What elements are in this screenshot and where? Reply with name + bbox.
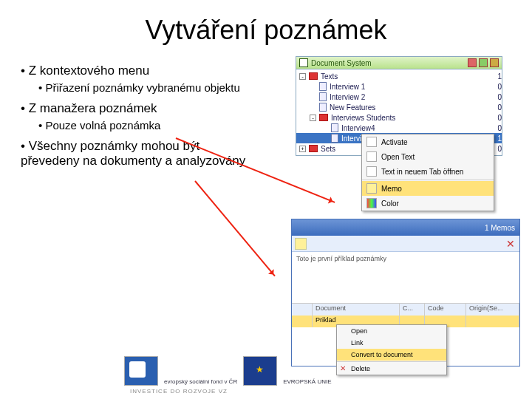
- ctx-item-color[interactable]: Color: [362, 196, 494, 211]
- ctx-label: Color: [381, 200, 399, 208]
- tree-label: Interview 1: [330, 83, 490, 91]
- expand-icon[interactable]: +: [299, 146, 306, 152]
- bullet-list: Z kontextového menu Přiřazení poznámky v…: [0, 53, 266, 171]
- memo-ctx-item[interactable]: Open: [337, 325, 446, 337]
- memo-manager-panel: 1 Memos ✕ Toto je první příklad poznámky…: [291, 219, 520, 366]
- memo-ctx-label: Delete: [351, 365, 370, 372]
- document-icon: [319, 92, 327, 101]
- arrow-to-memo-manager: [194, 180, 276, 276]
- open-icon: [366, 151, 377, 162]
- doc-system-icon: [299, 58, 308, 67]
- docsys-header-icons: [468, 58, 499, 67]
- tree-label: New Features: [330, 103, 490, 112]
- tree-label: Interviews Students: [331, 114, 490, 122]
- memo-grid-header: DocumentC...CodeOrigin(Se...: [292, 304, 519, 316]
- esf-logo-icon: [124, 356, 158, 386]
- bullet-1a: Přiřazení poznámky vybranému objektu: [21, 81, 259, 94]
- menu-icon: [340, 339, 347, 347]
- tree-row[interactable]: -Texts1: [296, 71, 502, 81]
- bullet-2: Z manažera poznámek: [21, 101, 259, 116]
- slide-title: Vytváření poznámek: [0, 0, 532, 53]
- screenshot-panels: Document System -Texts1Interview 10Inter…: [266, 53, 532, 171]
- tree-label: Interview4: [341, 124, 490, 132]
- menu-icon: [340, 327, 347, 335]
- ctx-label: Open Text: [381, 153, 415, 161]
- grid-header-cell[interactable]: Origin(Se...: [466, 304, 519, 316]
- folder-icon: [309, 72, 318, 80]
- esf-logo-text: evropský sociální fond v ČR: [164, 379, 237, 386]
- grid-header-cell[interactable]: Code: [425, 304, 466, 316]
- memo-body-text: Toto je první příklad poznámky: [296, 255, 386, 262]
- memo-manager-titlebar: 1 Memos: [292, 219, 519, 236]
- delete-icon: ✕: [340, 365, 347, 372]
- tree-label: Texts: [321, 72, 490, 81]
- document-icon: [331, 134, 338, 143]
- open-tab-icon: [366, 166, 377, 177]
- new-memo-icon[interactable]: [295, 238, 307, 250]
- ctx-label: Memo: [381, 185, 402, 193]
- tree-row[interactable]: New Features0: [296, 102, 502, 112]
- tree-count: 0: [490, 83, 502, 91]
- tree-row[interactable]: Interview 10: [296, 81, 502, 92]
- ctx-item-activate[interactable]: Activate: [362, 134, 494, 149]
- grid-cell: [292, 316, 313, 327]
- docsys-header: Document System: [296, 57, 502, 69]
- tree-label: Interview 2: [330, 93, 490, 101]
- memo-ctx-label: Link: [351, 339, 364, 347]
- slide-content: Z kontextového menu Přiřazení poznámky v…: [0, 53, 532, 171]
- docsys-title: Document System: [311, 59, 372, 67]
- memo-ctx-label: Open: [351, 327, 367, 335]
- grid-header-cell[interactable]: Document: [313, 304, 400, 316]
- memo-icon: [366, 183, 377, 194]
- expand-icon[interactable]: -: [299, 73, 306, 80]
- document-icon: [319, 103, 327, 112]
- memo-toolbar: ✕: [292, 236, 519, 252]
- memo-ctx-item[interactable]: Convert to document: [337, 349, 446, 361]
- expand-icon[interactable]: -: [310, 115, 316, 121]
- tree-row[interactable]: Interview40: [296, 123, 502, 133]
- eu-flag-icon: [243, 356, 277, 386]
- tree-count: 1: [490, 72, 502, 81]
- context-menu: ActivateOpen TextText in neuem Tab öffne…: [361, 134, 494, 211]
- footer-logos: evropský sociální fond v ČR EVROPSKÁ UNI…: [124, 356, 332, 386]
- folder-icon: [309, 145, 318, 152]
- document-system-panel: Document System -Texts1Interview 10Inter…: [296, 56, 502, 156]
- ctx-label: Activate: [381, 138, 408, 146]
- grid-header-cell[interactable]: C...: [400, 304, 425, 316]
- memo-ctx-item[interactable]: Link: [337, 337, 446, 349]
- menu-icon: [340, 351, 347, 358]
- bullet-3: Všechny poznámky mohou být převedeny na …: [21, 139, 259, 168]
- close-icon[interactable]: ✕: [505, 238, 516, 250]
- memo-ctx-label: Convert to document: [351, 351, 413, 358]
- tree-row[interactable]: Interview 20: [296, 92, 502, 102]
- grid-header-cell[interactable]: [292, 304, 313, 316]
- hdr-icon-1[interactable]: [468, 58, 477, 67]
- memo-body[interactable]: Toto je první příklad poznámky: [292, 252, 519, 304]
- tree-count: 0: [490, 93, 502, 101]
- folder-icon: [319, 114, 328, 121]
- tree-count: 0: [490, 114, 502, 122]
- activate-icon: [366, 137, 377, 147]
- ctx-item-memo[interactable]: Memo: [362, 181, 494, 196]
- color-icon: [366, 198, 377, 208]
- ctx-item-open-tab[interactable]: Text in neuem Tab öffnen: [362, 164, 494, 179]
- hdr-icon-3[interactable]: [490, 58, 499, 67]
- grid-cell: [466, 316, 519, 327]
- document-icon: [331, 123, 338, 132]
- tree-row[interactable]: -Interviews Students0: [296, 112, 502, 123]
- memo-ctx-item[interactable]: ✕Delete: [337, 363, 446, 375]
- memo-context-menu: OpenLinkConvert to document✕Delete: [336, 324, 447, 375]
- ctx-item-open[interactable]: Open Text: [362, 149, 494, 164]
- tree-count: 0: [490, 103, 502, 112]
- document-icon: [319, 82, 327, 91]
- memo-count: 1 Memos: [485, 224, 515, 232]
- footer-invest-text: INVESTICE DO ROZVOJE VZ: [130, 388, 228, 395]
- ctx-label: Text in neuem Tab öffnen: [381, 168, 463, 176]
- bullet-1: Z kontextového menu: [21, 64, 259, 78]
- bullet-2a: Pouze volná poznámka: [21, 119, 259, 132]
- eu-logo-text: EVROPSKÁ UNIE: [283, 379, 331, 386]
- hdr-icon-2[interactable]: [479, 58, 488, 67]
- tree-count: 0: [490, 124, 502, 132]
